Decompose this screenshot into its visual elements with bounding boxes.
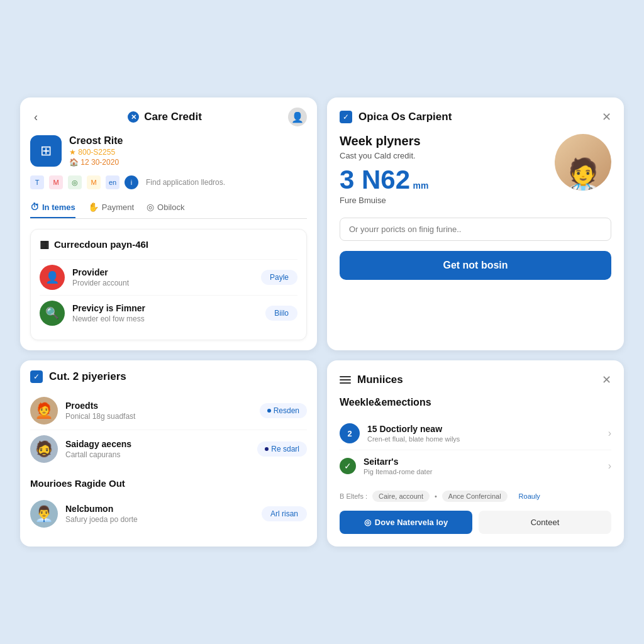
promo-sub: Cast you Cald credit. — [340, 151, 545, 160]
list-btn-1[interactable]: Biilo — [265, 306, 297, 321]
promo-text: Week plyners Cast you Cald credit. 3 N62… — [340, 134, 545, 205]
tab-payment[interactable]: ✋ Payment — [88, 197, 134, 218]
list-name-1: Previcy is Fimner — [72, 303, 258, 313]
bottom-left-card: ✓ Cut. 2 piyeriers 🧑‍🦰 Proedts Ponical 1… — [20, 360, 317, 547]
section-card: ▦ Currecdoun payn-46I 👤 Provider Provide… — [30, 229, 307, 340]
section-title: ▦ Currecdoun payn-46I — [40, 238, 297, 250]
tag-dot-0 — [267, 409, 271, 413]
tl-header-center: ✕ Care Credit — [128, 111, 202, 123]
menu-icon[interactable] — [340, 376, 351, 384]
tag-1[interactable]: Ance Confercinal — [442, 491, 508, 502]
bl-list-item-1: 🧔 Saidagy aecens Cartall capurans Re sda… — [30, 430, 307, 468]
notif-sub-1: Pig Itemad-rome dater — [364, 468, 601, 475]
br-btn-primary-label: Dove Natervela loy — [375, 518, 448, 527]
list-item-0: 👤 Provider Provider account Payle — [40, 259, 297, 295]
list-sub-1: Newder eol fow mess — [72, 314, 258, 323]
bl-info-1: Saidagy aecens Cartall capurans — [65, 439, 250, 459]
bl-checkbox-icon: ✓ — [30, 370, 43, 383]
chevron-right-1[interactable]: › — [608, 460, 611, 472]
filter-icon-m[interactable]: M — [49, 175, 63, 189]
menu-line-2 — [340, 379, 351, 380]
tl-header: ‹ ✕ Care Credit 👤 — [30, 108, 307, 126]
filter-icon-t[interactable]: T — [30, 175, 44, 189]
promo-photo: 🧑‍⚕️ — [555, 134, 611, 191]
checkbox-icon: ✓ — [340, 111, 352, 123]
tab-obilock[interactable]: ◎ Obilock — [147, 197, 184, 218]
promo-unit: mm — [413, 180, 429, 191]
list-btn-0[interactable]: Payle — [261, 270, 297, 285]
bottom-right-card: Muniices ✕ Weekle&emections 2 15 Doctior… — [327, 360, 624, 547]
top-right-card: ✓ Opica Os Carpient ✕ Week plyners Cast … — [327, 97, 624, 350]
tag-2[interactable]: Roauly — [513, 491, 547, 502]
promo-section: Week plyners Cast you Cald credit. 3 N62… — [340, 134, 611, 205]
resource-avatar-0: 👨‍💼 — [30, 500, 58, 528]
bl-tag-label-0: Resden — [274, 406, 299, 415]
tr-header-left: ✓ Opica Os Carpient — [340, 111, 452, 123]
resources-section: Mourioes Ragide Out 👨‍💼 Nelcbumon Safury… — [30, 478, 307, 533]
back-button[interactable]: ‹ — [30, 109, 42, 125]
bl-info-0: Proedts Ponical 18g suadfast — [65, 401, 252, 421]
tabs: ⏱ In temes ✋ Payment ◎ Obilock — [30, 197, 307, 219]
br-btn-primary[interactable]: ◎ Dove Natervela loy — [340, 511, 472, 534]
tag-0[interactable]: Caire, account — [372, 491, 430, 502]
search-input[interactable] — [340, 218, 611, 241]
notif-info-0: 15 Doctiorly neaw Cren-et flual, blate h… — [367, 424, 601, 443]
tab-icon-payment: ✋ — [88, 202, 99, 212]
promo-amount-wrap: 3 N62 mm — [340, 167, 545, 193]
section-icon: ▦ — [40, 238, 49, 250]
notif-badge-0: 2 — [340, 423, 360, 443]
br-header: Muniices ✕ — [340, 373, 611, 387]
list-name-0: Provider — [72, 267, 253, 277]
notif-check-1: ✓ — [340, 458, 356, 474]
br-actions: ◎ Dove Natervela loy Conteet — [340, 511, 611, 534]
resource-sub-0: Safury joeda po dorte — [65, 515, 254, 524]
menu-line-1 — [340, 376, 351, 377]
bl-list-item-0: 🧑‍🦰 Proedts Ponical 18g suadfast Resden — [30, 392, 307, 430]
app-rating: ★ 800-S2255 — [69, 148, 123, 157]
tr-close-button[interactable]: ✕ — [602, 110, 611, 124]
bl-name-0: Proedts — [65, 401, 252, 411]
bl-tag-btn-0[interactable]: Resden — [260, 403, 307, 418]
filter-row: T M ◎ M en i Find application lledros. — [30, 175, 307, 189]
bl-list: 🧑‍🦰 Proedts Ponical 18g suadfast Resden … — [30, 392, 307, 468]
promo-amount: 3 N62 — [340, 165, 410, 194]
filter-icon-i[interactable]: i — [125, 175, 138, 189]
tab-icon-obilock: ◎ — [147, 202, 154, 212]
close-x-icon[interactable]: ✕ — [128, 111, 139, 123]
br-close-button[interactable]: ✕ — [602, 373, 611, 387]
tl-header-title: Care Credit — [144, 111, 202, 123]
filter-icon-o[interactable]: ◎ — [68, 175, 82, 189]
bl-tag-label-1: Re sdarl — [271, 445, 299, 453]
app-details: Creost Rite ★ 800-S2255 🏠 12 30-2020 — [69, 135, 123, 167]
bl-tag-btn-1[interactable]: Re sdarl — [257, 441, 307, 457]
chevron-right-0[interactable]: › — [608, 428, 611, 439]
profile-icon[interactable]: 👤 — [288, 108, 307, 126]
menu-line-3 — [340, 382, 351, 384]
br-btn-secondary[interactable]: Conteet — [479, 511, 611, 534]
cta-button[interactable]: Get not bosin — [340, 251, 611, 280]
promo-photo-inner: 🧑‍⚕️ — [555, 134, 611, 191]
notif-name-0: 15 Doctiorly neaw — [367, 424, 601, 434]
notif-sub-0: Cren-et flual, blate home wilys — [367, 435, 601, 443]
list-avatar-1: 🔍 — [40, 301, 65, 326]
bl-avatar-0: 🧑‍🦰 — [30, 397, 58, 425]
top-left-card: ‹ ✕ Care Credit 👤 ⊞ Creost Rite ★ 800-S2… — [20, 97, 317, 350]
filter-icon-en[interactable]: en — [106, 175, 119, 189]
promo-heading: Week plyners — [340, 134, 545, 148]
list-info-1: Previcy is Fimner Newder eol fow mess — [72, 303, 258, 323]
filter-icon-m2[interactable]: M — [87, 175, 101, 189]
resource-btn-0[interactable]: Arl risan — [262, 506, 307, 521]
bl-name-1: Saidagy aecens — [65, 439, 250, 449]
notifications-list: 2 15 Doctiorly neaw Cren-et flual, blate… — [340, 417, 611, 482]
bl-sub-1: Cartall capurans — [65, 450, 250, 459]
resource-name-0: Nelcbumon — [65, 504, 254, 514]
tab-in-temes[interactable]: ⏱ In temes — [30, 197, 75, 218]
tags-row: B Eltefs : Caire, account • Ance Conferc… — [340, 491, 611, 502]
list-avatar-0: 👤 — [40, 265, 65, 290]
tab-label-temes: In temes — [42, 203, 75, 212]
tags-label: B Eltefs : — [340, 492, 367, 500]
tab-icon-temes: ⏱ — [30, 202, 39, 212]
tr-header: ✓ Opica Os Carpient ✕ — [340, 110, 611, 124]
notif-name-1: Seitarr's — [364, 457, 601, 467]
promo-label: Fure Bmuise — [340, 196, 545, 205]
